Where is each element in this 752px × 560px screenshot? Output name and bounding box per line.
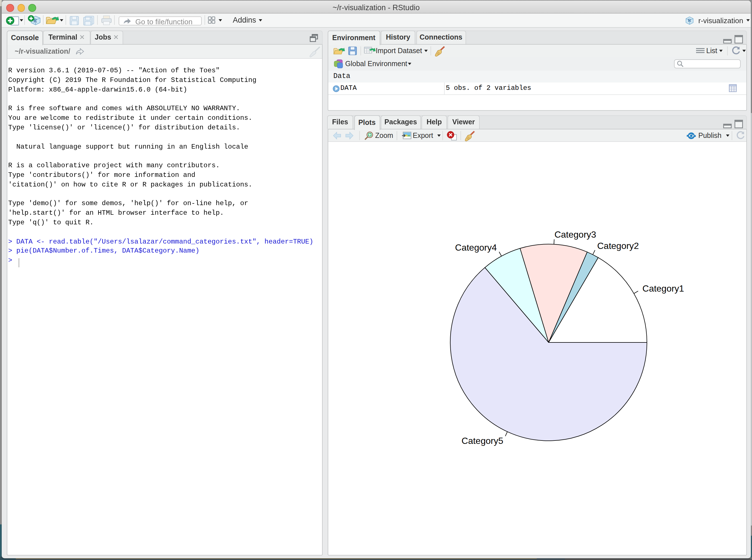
svg-text:Category4: Category4 bbox=[455, 242, 497, 253]
svg-text:Category5: Category5 bbox=[462, 436, 503, 446]
svg-text:Category2: Category2 bbox=[597, 241, 639, 251]
svg-text:Category1: Category1 bbox=[643, 283, 684, 294]
svg-text:Category3: Category3 bbox=[554, 229, 596, 240]
svg-text:R: R bbox=[688, 18, 691, 22]
